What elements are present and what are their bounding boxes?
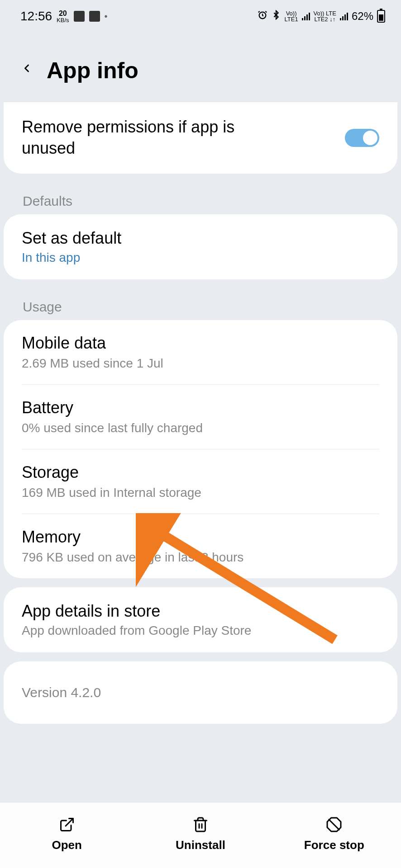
status-time: 12:56 <box>20 9 52 24</box>
version-row: Version 4.2.0 <box>4 661 397 724</box>
app-details-sub: App downloaded from Google Play Store <box>22 623 251 638</box>
force-stop-label: Force stop <box>304 838 364 852</box>
trash-icon <box>192 816 209 833</box>
page-title: App info <box>47 57 138 84</box>
battery-title: Battery <box>22 398 379 417</box>
storage-title: Storage <box>22 463 379 482</box>
remove-permissions-row[interactable]: Remove permissions if app is unused <box>4 102 397 174</box>
stop-icon <box>326 816 342 833</box>
usage-card: Mobile data 2.69 MB used since 1 Jul Bat… <box>4 320 397 578</box>
battery-sub: 0% used since last fully charged <box>22 421 379 435</box>
uninstall-label: Uninstall <box>176 838 225 852</box>
memory-row[interactable]: Memory 796 KB used on average in last 3 … <box>4 514 397 578</box>
svg-line-8 <box>329 820 339 830</box>
version-card: Version 4.2.0 <box>4 661 397 724</box>
header: App info <box>0 28 401 102</box>
alarm-icon <box>258 10 267 23</box>
battery-row[interactable]: Battery 0% used since last fully charged <box>4 385 397 449</box>
uninstall-button[interactable]: Uninstall <box>134 816 267 852</box>
sim2-label: Vo)) LTELTE2 ↓↑ <box>314 10 336 22</box>
sim1-label: Vo))LTE1 <box>285 10 298 22</box>
bluetooth-icon <box>271 10 281 23</box>
status-left: 12:56 20 KB/s • <box>20 9 108 24</box>
svg-line-4 <box>66 819 73 826</box>
mobile-data-row[interactable]: Mobile data 2.69 MB used since 1 Jul <box>4 320 397 384</box>
more-notifications-icon: • <box>105 11 108 22</box>
app-details-title: App details in store <box>22 602 160 621</box>
bottom-action-bar: Open Uninstall Force stop <box>0 802 401 868</box>
status-right: Vo))LTE1 Vo)) LTELTE2 ↓↑ 62% <box>258 10 386 23</box>
version-text: Version 4.2.0 <box>22 685 379 700</box>
set-as-default-sub: In this app <box>22 250 80 265</box>
back-icon[interactable] <box>20 58 33 83</box>
memory-sub: 796 KB used on average in last 3 hours <box>22 550 379 565</box>
open-label: Open <box>52 838 81 852</box>
mobile-data-sub: 2.69 MB used since 1 Jul <box>22 356 379 371</box>
defaults-section-label: Defaults <box>0 183 401 214</box>
app-icon <box>89 11 100 22</box>
force-stop-button[interactable]: Force stop <box>267 816 401 852</box>
store-card: App details in store App downloaded from… <box>4 587 397 652</box>
remove-permissions-toggle[interactable] <box>345 129 379 147</box>
open-icon <box>59 816 75 833</box>
usage-section-label: Usage <box>0 288 401 320</box>
network-speed: 20 KB/s <box>57 10 69 23</box>
status-bar: 12:56 20 KB/s • Vo))LTE1 Vo)) LTELTE2 ↓↑… <box>0 0 401 28</box>
open-button[interactable]: Open <box>0 816 134 852</box>
storage-row[interactable]: Storage 169 MB used in Internal storage <box>4 449 397 514</box>
app-details-row[interactable]: App details in store App downloaded from… <box>4 587 397 652</box>
gallery-icon <box>74 11 85 22</box>
mobile-data-title: Mobile data <box>22 334 379 353</box>
toggle-knob <box>363 131 377 145</box>
battery-icon <box>377 10 385 23</box>
battery-percentage: 62% <box>352 10 373 23</box>
set-as-default-row[interactable]: Set as default In this app <box>4 214 397 279</box>
memory-title: Memory <box>22 528 379 547</box>
defaults-card: Set as default In this app <box>4 214 397 279</box>
remove-permissions-label: Remove permissions if app is unused <box>22 117 257 159</box>
permissions-card: Remove permissions if app is unused <box>4 102 397 174</box>
storage-sub: 169 MB used in Internal storage <box>22 486 379 500</box>
set-as-default-title: Set as default <box>22 229 121 248</box>
signal-bars-1-icon <box>302 12 310 20</box>
signal-bars-2-icon <box>340 12 348 20</box>
